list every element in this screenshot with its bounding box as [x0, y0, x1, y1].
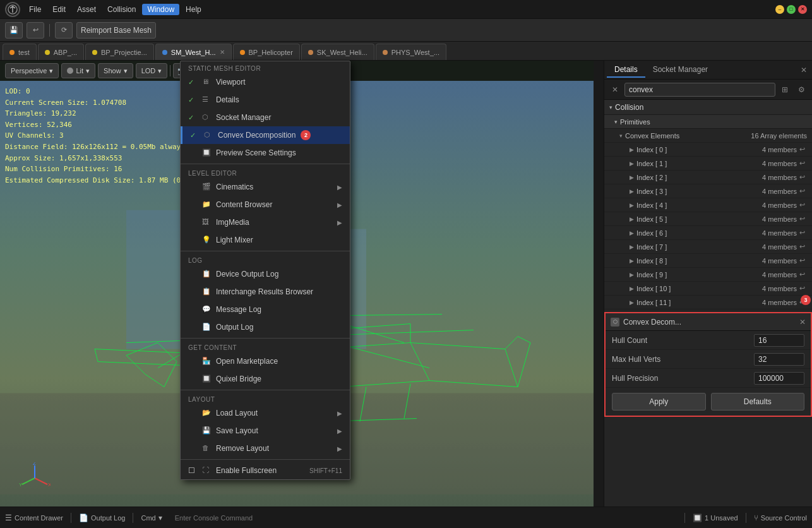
reset-icon-11[interactable]: ↩ 3	[797, 297, 807, 308]
tree-arrow-icon[interactable]: ▶	[630, 230, 634, 236]
lit-button[interactable]: Lit ▾	[61, 63, 95, 78]
history-button[interactable]: ↩	[27, 22, 44, 39]
tab-test[interactable]: test	[3, 44, 37, 60]
hull-precision-value[interactable]: 100000	[754, 372, 804, 385]
tab-phys-west[interactable]: PHYS_West_...	[376, 44, 446, 60]
menu-cinematics[interactable]: ✓ 🎬 Cinematics ▶	[181, 178, 350, 196]
hull-count-value[interactable]: 16	[754, 334, 804, 347]
tree-arrow-icon[interactable]: ▶	[630, 272, 634, 278]
menu-socket-manager[interactable]: ✓ ⬡ Socket Manager	[181, 109, 350, 126]
tab-bp-proj[interactable]: BP_Projectie...	[85, 44, 154, 60]
tree-arrow-icon[interactable]: ▾	[619, 133, 623, 139]
reset-icon-6[interactable]: ↩	[797, 228, 807, 238]
menu-save-layout[interactable]: ✓ 💾 Save Layout ▶	[181, 422, 350, 440]
reset-icon-3[interactable]: ↩	[797, 186, 807, 196]
menu-viewport[interactable]: ✓ 🖥 Viewport	[181, 73, 350, 91]
show-button[interactable]: Show ▾	[98, 63, 133, 78]
menu-details[interactable]: ✓ ☰ Details	[181, 91, 350, 109]
index-7-row[interactable]: ▶ Index [ 7 ] 4 members ↩	[604, 240, 812, 254]
reset-icon-10[interactable]: ↩	[797, 284, 807, 294]
tree-arrow-icon[interactable]: ▶	[630, 202, 634, 208]
reimport-icon[interactable]: ⟳	[55, 22, 73, 39]
menu-message-log[interactable]: ✓ 💬 Message Log	[181, 301, 350, 318]
menu-light-mixer[interactable]: ✓ 💡 Light Mixer	[181, 231, 350, 249]
source-control-button[interactable]: ⑂ Source Control	[754, 513, 807, 522]
menu-asset[interactable]: Asset	[72, 4, 101, 15]
menu-file[interactable]: File	[24, 4, 46, 15]
search-input[interactable]	[624, 83, 775, 97]
tab-close-button[interactable]: ✕	[220, 49, 225, 56]
menu-imgmedia[interactable]: ✓ 🖼 ImgMedia ▶	[181, 213, 350, 231]
cmd-input[interactable]	[175, 514, 672, 522]
index-9-row[interactable]: ▶ Index [ 9 ] 4 members ↩	[604, 268, 812, 282]
collision-section-header[interactable]: ▾ Collision	[604, 100, 812, 115]
menu-quixel-bridge[interactable]: ✓ 🔲 Quixel Bridge	[181, 370, 350, 388]
unsaved-indicator[interactable]: 🔲 1 Unsaved	[693, 513, 738, 522]
index-10-row[interactable]: ▶ Index [ 10 ] 4 members ↩	[604, 282, 812, 296]
menu-load-layout[interactable]: ✓ 📂 Load Layout ▶	[181, 404, 350, 422]
settings-icon[interactable]: ⚙	[794, 83, 808, 97]
menu-enable-fullscreen[interactable]: ☐ ⛶ Enable Fullscreen SHIFT+F11	[181, 462, 350, 479]
index-2-row[interactable]: ▶ Index [ 2 ] 4 members ↩	[604, 171, 812, 184]
tree-arrow-icon[interactable]: ▶	[630, 174, 634, 181]
close-button[interactable]: ✕	[798, 5, 807, 14]
menu-help[interactable]: Help	[181, 4, 206, 15]
reimport-label[interactable]: Reimport Base Mesh	[76, 22, 156, 39]
menu-edit[interactable]: Edit	[47, 4, 71, 15]
menu-remove-layout[interactable]: ✓ 🗑 Remove Layout ▶	[181, 440, 350, 457]
search-clear-button[interactable]: ✕	[608, 83, 622, 97]
lod-button[interactable]: LOD ▾	[136, 63, 168, 78]
cmd-button[interactable]: Cmd ▾	[141, 513, 162, 522]
menu-device-output-log[interactable]: ✓ 📋 Device Output Log	[181, 265, 350, 283]
tree-arrow-icon[interactable]: ▶	[630, 285, 634, 292]
maximize-button[interactable]: □	[787, 5, 796, 14]
menu-convex-decomp[interactable]: ✓ ⬡ Convex Decomposition 2	[181, 126, 350, 144]
apply-button[interactable]: Apply	[612, 393, 706, 411]
reset-icon-9[interactable]: ↩	[797, 270, 807, 280]
reset-icon-4[interactable]: ↩	[797, 200, 807, 210]
tree-arrow-icon[interactable]: ▶	[630, 216, 634, 222]
index-1-row[interactable]: ▶ Index [ 1 ] 4 members ↩	[604, 157, 812, 171]
tree-arrow-icon[interactable]: ▶	[630, 147, 634, 153]
tab-bp-heli[interactable]: BP_Helicopter	[233, 44, 300, 60]
index-3-row[interactable]: ▶ Index [ 3 ] 4 members ↩	[604, 184, 812, 198]
defaults-button[interactable]: Defaults	[711, 393, 805, 411]
menu-preview-scene[interactable]: ✓ 🔲 Preview Scene Settings	[181, 144, 350, 162]
save-button[interactable]: 💾	[5, 22, 23, 39]
reset-icon-5[interactable]: ↩	[797, 214, 807, 224]
menu-collision[interactable]: Collision	[102, 4, 141, 15]
tree-arrow-icon[interactable]: ▶	[630, 299, 634, 306]
index-11-row[interactable]: ▶ Index [ 11 ] 4 members ↩ 3	[604, 296, 812, 309]
index-8-row[interactable]: ▶ Index [ 8 ] 4 members ↩	[604, 254, 812, 268]
index-6-row[interactable]: ▶ Index [ 6 ] 4 members ↩	[604, 226, 812, 240]
reset-icon-7[interactable]: ↩	[797, 242, 807, 252]
reset-icon-8[interactable]: ↩	[797, 256, 807, 266]
menu-content-browser[interactable]: ✓ 📁 Content Browser ▶	[181, 196, 350, 213]
tab-sm-west[interactable]: SM_West_H... ✕	[155, 44, 232, 60]
index-4-row[interactable]: ▶ Index [ 4 ] 4 members ↩	[604, 198, 812, 212]
perspective-button[interactable]: Perspective ▾	[5, 63, 59, 78]
index-5-row[interactable]: ▶ Index [ 5 ] 4 members ↩	[604, 212, 812, 226]
tree-arrow-icon[interactable]: ▶	[630, 160, 634, 167]
convex-close-button[interactable]: ✕	[799, 318, 806, 327]
panel-close-button[interactable]: ✕	[798, 63, 809, 77]
reset-icon-1[interactable]: ↩	[797, 159, 807, 169]
menu-open-marketplace[interactable]: ✓ 🏪 Open Marketplace	[181, 352, 350, 370]
minimize-button[interactable]: –	[775, 5, 784, 14]
index-0-row[interactable]: ▶ Index [ 0 ] 4 members ↩	[604, 143, 812, 157]
tab-socket-manager[interactable]: Socket Manager	[645, 63, 715, 78]
content-drawer-button[interactable]: ☰ Content Drawer	[5, 513, 63, 522]
tab-sk-west[interactable]: SK_West_Heli...	[301, 44, 374, 60]
tab-abp[interactable]: ABP_...	[38, 44, 84, 60]
menu-window[interactable]: Window	[142, 4, 179, 15]
output-log-button[interactable]: 📄 Output Log	[79, 513, 125, 522]
max-hull-verts-value[interactable]: 32	[754, 353, 804, 366]
grid-view-icon[interactable]: ⊞	[778, 83, 792, 97]
menu-interchange-results[interactable]: ✓ 📋 Interchange Results Browser	[181, 283, 350, 301]
menu-output-log[interactable]: ✓ 📄 Output Log	[181, 318, 350, 336]
tree-arrow-icon[interactable]: ▶	[630, 258, 634, 264]
tab-details[interactable]: Details	[607, 63, 645, 78]
reset-icon-2[interactable]: ↩	[797, 172, 807, 183]
convex-elements-header[interactable]: ▾ Convex Elements 16 Array elements	[604, 129, 812, 143]
primitives-header[interactable]: ▾ Primitives	[604, 115, 812, 129]
